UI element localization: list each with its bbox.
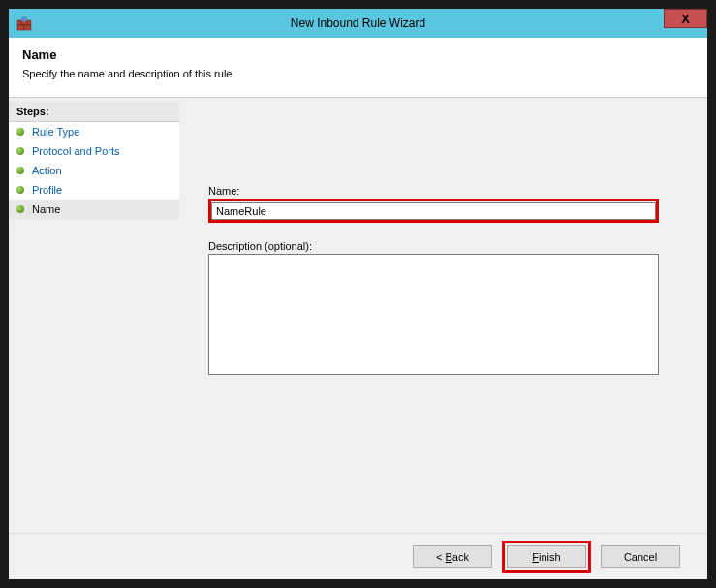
svg-point-5 bbox=[21, 16, 27, 22]
wizard-window: New Inbound Rule Wizard X Name Specify t… bbox=[8, 8, 708, 580]
wizard-body: Steps: Rule Type Protocol and Ports Acti… bbox=[9, 98, 707, 533]
finish-button-highlight: Finish bbox=[502, 541, 591, 573]
bullet-icon bbox=[16, 167, 24, 174]
description-label: Description (optional): bbox=[208, 240, 659, 252]
name-input[interactable] bbox=[211, 202, 656, 220]
close-icon: X bbox=[681, 12, 690, 26]
sidebar-item-action[interactable]: Action bbox=[9, 161, 179, 180]
sidebar-item-rule-type[interactable]: Rule Type bbox=[9, 122, 179, 141]
titlebar[interactable]: New Inbound Rule Wizard X bbox=[9, 9, 707, 38]
sidebar-item-profile[interactable]: Profile bbox=[9, 180, 179, 200]
finish-button-label: Finish bbox=[532, 551, 560, 563]
steps-header: Steps: bbox=[9, 102, 179, 122]
back-button-label: < Back bbox=[436, 551, 469, 563]
wizard-header: Name Specify the name and description of… bbox=[9, 38, 707, 98]
cancel-button[interactable]: Cancel bbox=[601, 545, 680, 568]
content: Name Specify the name and description of… bbox=[9, 38, 707, 579]
sidebar-item-name[interactable]: Name bbox=[9, 200, 179, 219]
finish-button[interactable]: Finish bbox=[507, 545, 586, 568]
bullet-icon bbox=[16, 147, 24, 155]
sidebar-item-label: Name bbox=[32, 203, 60, 215]
titlebar-controls: X bbox=[664, 9, 707, 28]
sidebar-item-protocol-ports[interactable]: Protocol and Ports bbox=[9, 141, 179, 161]
name-label: Name: bbox=[208, 185, 659, 197]
sidebar-item-label: Action bbox=[32, 165, 62, 176]
bullet-icon bbox=[16, 186, 24, 194]
sidebar-item-label: Profile bbox=[32, 184, 62, 196]
sidebar-item-label: Rule Type bbox=[32, 126, 79, 138]
bullet-icon bbox=[16, 205, 24, 213]
wizard-footer: < Back Finish Cancel bbox=[9, 533, 707, 579]
page-title: Name bbox=[22, 47, 694, 62]
description-textarea[interactable] bbox=[208, 254, 659, 375]
back-button[interactable]: < Back bbox=[413, 545, 492, 568]
sidebar-item-label: Protocol and Ports bbox=[32, 145, 120, 157]
name-input-highlight bbox=[208, 199, 659, 223]
close-button[interactable]: X bbox=[664, 9, 707, 28]
main-panel: Name: Description (optional): bbox=[179, 98, 707, 533]
bullet-icon bbox=[16, 128, 24, 136]
page-subtitle: Specify the name and description of this… bbox=[22, 68, 694, 79]
cancel-button-label: Cancel bbox=[624, 551, 657, 563]
firewall-icon bbox=[16, 15, 32, 31]
steps-sidebar: Steps: Rule Type Protocol and Ports Acti… bbox=[9, 98, 179, 533]
window-title: New Inbound Rule Wizard bbox=[9, 16, 707, 30]
